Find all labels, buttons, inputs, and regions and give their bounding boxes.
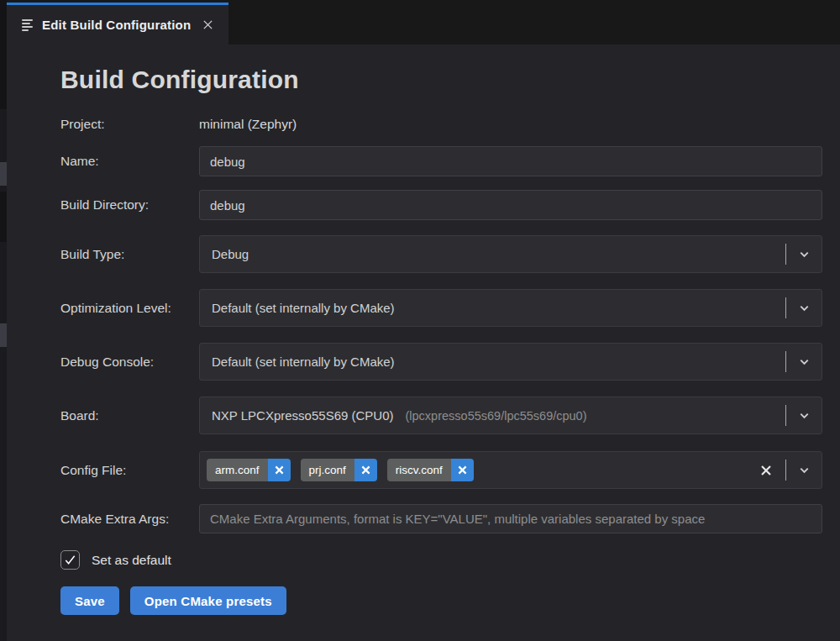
optimization-level-select[interactable]: Default (set internally by CMake) bbox=[199, 289, 822, 327]
board-select[interactable]: NXP LPCXpresso55S69 (CPU0) (lpcxpresso55… bbox=[199, 397, 822, 434]
page-title: Build Configuration bbox=[60, 66, 822, 94]
chevron-down-icon[interactable] bbox=[786, 452, 822, 488]
cmake-extra-args-row: CMake Extra Args: bbox=[60, 504, 822, 533]
chevron-down-icon[interactable] bbox=[786, 344, 822, 380]
remove-tag-icon[interactable] bbox=[354, 459, 377, 481]
config-file-row: Config File: arm.conf prj.conf bbox=[60, 451, 822, 489]
optimization-level-label: Optimization Level: bbox=[60, 301, 199, 316]
set-as-default-row: Set as default bbox=[60, 550, 822, 570]
board-row: Board: NXP LPCXpresso55S69 (CPU0) (lpcxp… bbox=[60, 397, 822, 434]
set-as-default-label: Set as default bbox=[92, 553, 171, 568]
debug-console-value: Default (set internally by CMake) bbox=[212, 355, 395, 369]
chevron-down-icon[interactable] bbox=[786, 397, 822, 433]
build-directory-row: Build Directory: bbox=[60, 190, 822, 220]
tag-label: arm.conf bbox=[207, 459, 268, 481]
remove-tag-icon[interactable] bbox=[451, 459, 474, 481]
tab-title: Edit Build Configuration bbox=[42, 18, 191, 32]
debug-console-row: Debug Console: Default (set internally b… bbox=[60, 343, 822, 381]
open-cmake-presets-button[interactable]: Open CMake presets bbox=[130, 586, 286, 615]
tab-edit-build-configuration[interactable]: Edit Build Configuration bbox=[7, 3, 228, 45]
settings-list-icon bbox=[22, 19, 33, 31]
config-file-tags: arm.conf prj.conf riscv.co bbox=[207, 459, 474, 481]
config-file-tag: arm.conf bbox=[207, 459, 291, 481]
project-row: Project: minimal (Zephyr) bbox=[60, 116, 822, 133]
chevron-down-icon[interactable] bbox=[786, 236, 822, 272]
sidebar-edge-segment bbox=[0, 0, 7, 109]
set-as-default-checkbox[interactable] bbox=[60, 550, 80, 570]
optimization-level-value: Default (set internally by CMake) bbox=[212, 301, 395, 315]
config-file-tag: riscv.conf bbox=[387, 459, 474, 481]
build-type-value: Debug bbox=[212, 247, 249, 261]
project-label: Project: bbox=[60, 117, 199, 132]
board-value: NXP LPCXpresso55S69 (CPU0) bbox=[212, 408, 394, 423]
optimization-level-row: Optimization Level: Default (set interna… bbox=[60, 289, 822, 327]
build-directory-input[interactable] bbox=[199, 190, 822, 220]
build-directory-label: Build Directory: bbox=[60, 197, 199, 213]
debug-console-label: Debug Console: bbox=[60, 355, 199, 370]
close-icon[interactable] bbox=[198, 16, 217, 34]
board-detail: (lpcxpresso55s69/lpc55s69/cpu0) bbox=[406, 409, 587, 423]
build-type-select[interactable]: Debug bbox=[199, 235, 822, 273]
sidebar-edge-segment bbox=[0, 323, 7, 347]
config-file-tag: prj.conf bbox=[301, 459, 377, 481]
project-value: minimal (Zephyr) bbox=[199, 117, 297, 132]
config-file-label: Config File: bbox=[60, 463, 199, 478]
name-label: Name: bbox=[60, 154, 199, 169]
app-window: Edit Build Configuration Build Configura… bbox=[0, 0, 840, 641]
tag-label: riscv.conf bbox=[387, 459, 451, 481]
chevron-down-icon[interactable] bbox=[786, 290, 822, 326]
editor-tab-bar: Edit Build Configuration bbox=[7, 0, 840, 45]
config-file-multiselect[interactable]: arm.conf prj.conf riscv.co bbox=[199, 451, 822, 489]
remove-tag-icon[interactable] bbox=[268, 459, 291, 481]
debug-console-select[interactable]: Default (set internally by CMake) bbox=[199, 343, 822, 381]
build-configuration-form: Build Configuration Project: minimal (Ze… bbox=[7, 45, 840, 641]
save-button[interactable]: Save bbox=[60, 586, 119, 615]
build-type-row: Build Type: Debug bbox=[60, 235, 822, 273]
cmake-extra-args-input[interactable] bbox=[199, 504, 822, 533]
name-row: Name: bbox=[60, 146, 822, 176]
board-label: Board: bbox=[60, 408, 199, 423]
sidebar-edge bbox=[0, 0, 7, 641]
build-type-label: Build Type: bbox=[60, 247, 199, 262]
cmake-extra-args-label: CMake Extra Args: bbox=[60, 512, 199, 527]
action-buttons: Save Open CMake presets bbox=[60, 586, 822, 615]
sidebar-edge-segment bbox=[0, 162, 7, 186]
tag-label: prj.conf bbox=[301, 459, 354, 481]
name-input[interactable] bbox=[199, 146, 822, 176]
sidebar-edge-segment bbox=[0, 192, 7, 242]
clear-all-icon[interactable] bbox=[747, 452, 785, 488]
